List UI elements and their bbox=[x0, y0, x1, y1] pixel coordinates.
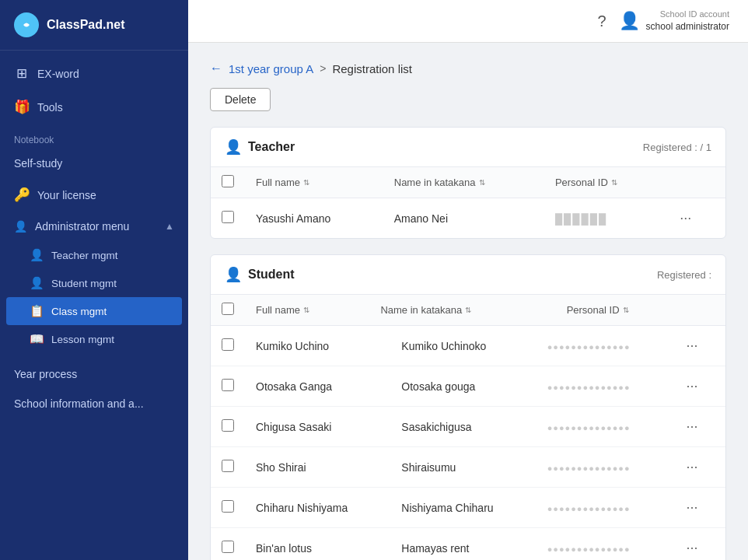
sidebar-item-yearprocess[interactable]: Year process bbox=[0, 359, 188, 389]
teacher-title-text: Teacher bbox=[248, 140, 295, 154]
table-row: Chiharu Nishiyama Nishiyama Chiharu ●●●●… bbox=[211, 488, 725, 528]
student-actions-button-0[interactable]: ··· bbox=[682, 336, 703, 355]
teacher-actions-button[interactable]: ··· bbox=[675, 208, 696, 228]
student-katakana-5: Hamayas rent bbox=[390, 528, 536, 561]
student-actions-button-2[interactable]: ··· bbox=[682, 417, 703, 436]
teacher-row-checkbox-cell bbox=[211, 198, 245, 239]
notebook-label: Notebook bbox=[0, 124, 188, 149]
student-registered-count: Registered : bbox=[657, 269, 711, 281]
student-personalid-1: ●●●●●●●●●●●●●● bbox=[537, 366, 671, 407]
student-actions-cell-5: ··· bbox=[671, 528, 725, 561]
student-row-checkbox-3[interactable] bbox=[222, 460, 234, 472]
teacher-fullname: Yasushi Amano bbox=[245, 198, 383, 239]
sort-icon-katakana: ⇅ bbox=[479, 178, 485, 187]
sidebar-item-teachermgmt[interactable]: 👤 Teacher mgmt bbox=[0, 241, 188, 269]
teacher-th-fullname: Full name ⇅ bbox=[245, 167, 383, 198]
help-button[interactable]: ? bbox=[597, 12, 606, 30]
student-th-actions bbox=[694, 295, 725, 326]
back-button[interactable]: ← bbox=[210, 61, 222, 75]
teacher-th-personalid: Personal ID ⇅ bbox=[544, 167, 664, 198]
table-row: Yasushi Amano Amano Nei ██████ ··· bbox=[211, 198, 725, 239]
user-info[interactable]: 👤 School ID account school administrator bbox=[619, 9, 729, 33]
teacher-section-title: 👤 Teacher bbox=[225, 138, 295, 156]
logo-text: ClassPad.net bbox=[47, 18, 124, 32]
student-table-header-row: Full name ⇅ Name in katakana ⇅ bbox=[211, 295, 725, 326]
student-th-personalid: Personal ID ⇅ bbox=[556, 295, 694, 326]
student-row-checkbox-cell bbox=[211, 528, 245, 561]
adminmenu-left: 👤 Administrator menu bbox=[14, 220, 129, 233]
student-table-wrapper[interactable]: Kumiko Uchino Kumiko Uchinoko ●●●●●●●●●●… bbox=[211, 326, 725, 560]
sort-icon-fullname: ⇅ bbox=[303, 178, 309, 187]
student-row-checkbox-0[interactable] bbox=[222, 338, 234, 351]
teacher-th-checkbox bbox=[211, 167, 245, 198]
topbar: ? 👤 School ID account school administrat… bbox=[188, 0, 748, 43]
sidebar-item-schoolinfo[interactable]: School information and a... bbox=[0, 389, 188, 418]
teacher-select-all-checkbox[interactable] bbox=[222, 175, 234, 187]
tools-icon: 🎁 bbox=[14, 99, 30, 115]
student-row-checkbox-1[interactable] bbox=[222, 379, 234, 391]
sidebar-item-selfstudy[interactable]: Self-study bbox=[0, 149, 188, 178]
sidebar-item-exword[interactable]: ⊞ EX-word bbox=[0, 57, 188, 90]
student-sort-personalid[interactable]: Personal ID ⇅ bbox=[567, 304, 683, 316]
student-actions-button-3[interactable]: ··· bbox=[682, 457, 703, 477]
license-label: Your license bbox=[37, 189, 96, 201]
student-row-checkbox-2[interactable] bbox=[222, 419, 234, 432]
student-actions-button-5[interactable]: ··· bbox=[682, 538, 703, 558]
student-personalid-5: ●●●●●●●●●●●●●● bbox=[537, 528, 671, 561]
table-row: Sho Shirai Shiraisumu ●●●●●●●●●●●●●● ··· bbox=[211, 447, 725, 488]
student-id-blurred-3: ●●●●●●●●●●●●●● bbox=[547, 464, 631, 473]
teacher-sort-fullname[interactable]: Full name ⇅ bbox=[256, 177, 372, 188]
student-katakana-4: Nishiyama Chiharu bbox=[390, 488, 536, 528]
student-sort-katakana[interactable]: Name in katakana ⇅ bbox=[380, 304, 544, 316]
student-fullname-5: Bin'an lotus bbox=[245, 528, 390, 561]
schoolinfo-label: School information and a... bbox=[14, 397, 144, 410]
student-fullname-1: Otosaka Ganga bbox=[245, 366, 390, 407]
teacher-sort-personalid[interactable]: Personal ID ⇅ bbox=[555, 177, 653, 188]
student-table: Kumiko Uchino Kumiko Uchinoko ●●●●●●●●●●… bbox=[211, 326, 725, 560]
teacher-sort-katakana[interactable]: Name in katakana ⇅ bbox=[394, 177, 533, 188]
content-area: ← 1st year group A > Registration list D… bbox=[188, 43, 748, 560]
table-row: Otosaka Ganga Otosaka gouga ●●●●●●●●●●●●… bbox=[211, 366, 725, 407]
teacher-table: Full name ⇅ Name in katakana ⇅ bbox=[211, 167, 725, 238]
sidebar-nav: ⊞ EX-word 🎁 Tools Notebook Self-study 🔑 … bbox=[0, 51, 188, 560]
student-actions-cell-0: ··· bbox=[671, 326, 725, 366]
breadcrumb-link[interactable]: 1st year group A bbox=[229, 62, 313, 75]
student-sort-icon-personalid: ⇅ bbox=[623, 306, 629, 314]
logo-icon bbox=[14, 12, 39, 37]
student-row-checkbox-cell bbox=[211, 326, 245, 366]
teacher-row-checkbox[interactable] bbox=[222, 211, 234, 223]
sidebar-item-tools[interactable]: 🎁 Tools bbox=[0, 90, 188, 124]
teacher-table-header-row: Full name ⇅ Name in katakana ⇅ bbox=[211, 167, 725, 198]
student-th-katakana: Name in katakana ⇅ bbox=[369, 295, 555, 326]
student-id-blurred-2: ●●●●●●●●●●●●●● bbox=[547, 423, 631, 432]
student-row-checkbox-4[interactable] bbox=[222, 500, 234, 513]
sidebar-item-classmgmt[interactable]: 📋 Class mgmt bbox=[6, 297, 182, 325]
classmgmt-icon: 📋 bbox=[30, 304, 44, 318]
selfstudy-label: Self-study bbox=[14, 157, 62, 170]
student-row-checkbox-cell bbox=[211, 447, 245, 488]
student-sort-fullname[interactable]: Full name ⇅ bbox=[256, 304, 358, 316]
student-fullname-2: Chigusa Sasaki bbox=[245, 407, 390, 447]
sidebar-item-license[interactable]: 🔑 Your license bbox=[0, 178, 188, 212]
student-id-blurred-4: ●●●●●●●●●●●●●● bbox=[547, 504, 631, 513]
teacher-th-katakana: Name in katakana ⇅ bbox=[383, 167, 544, 198]
sidebar-item-adminmenu[interactable]: 👤 Administrator menu ▲ bbox=[0, 212, 188, 241]
sidebar: ClassPad.net ⊞ EX-word 🎁 Tools Notebook … bbox=[0, 0, 188, 560]
student-sort-icon-katakana: ⇅ bbox=[465, 306, 471, 314]
student-actions-button-4[interactable]: ··· bbox=[682, 498, 703, 517]
student-section: 👤 Student Registered : Full name ⇅ bbox=[210, 254, 726, 560]
student-actions-button-1[interactable]: ··· bbox=[682, 376, 703, 396]
student-katakana-3: Shiraisumu bbox=[390, 447, 536, 488]
chevron-up-icon: ▲ bbox=[165, 221, 174, 232]
sidebar-item-lessonmgmt[interactable]: 📖 Lesson mgmt bbox=[0, 325, 188, 353]
student-select-all-checkbox[interactable] bbox=[222, 303, 234, 315]
student-row-checkbox-5[interactable] bbox=[222, 541, 234, 553]
sidebar-item-studentmgmt[interactable]: 👤 Student mgmt bbox=[0, 269, 188, 297]
breadcrumb-current: Registration list bbox=[332, 62, 412, 75]
delete-button[interactable]: Delete bbox=[210, 88, 271, 111]
user-avatar-icon: 👤 bbox=[619, 11, 640, 31]
student-section-header: 👤 Student Registered : bbox=[211, 255, 725, 295]
teacher-katakana: Amano Nei bbox=[383, 198, 544, 239]
teacher-id-blurred: ██████ bbox=[555, 213, 607, 225]
student-section-icon: 👤 bbox=[225, 266, 242, 283]
